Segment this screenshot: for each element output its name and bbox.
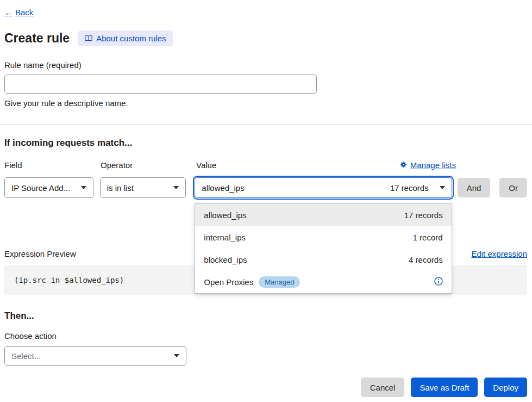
match-section-title: If incoming requests match... — [4, 138, 527, 149]
footer-actions: Cancel Save as Draft Deploy — [4, 378, 527, 397]
managed-badge: Managed — [259, 276, 300, 288]
value-combobox-value: allowed_ips — [202, 183, 390, 193]
list-item-internal-ips[interactable]: internal_ips 1 record — [195, 226, 451, 249]
list-item-name: internal_ips — [204, 233, 246, 242]
rule-name-helper-text: Give your rule a descriptive name. — [4, 98, 527, 108]
list-item-meta: 1 record — [413, 233, 443, 242]
action-select-placeholder: Select... — [11, 351, 41, 361]
value-combobox[interactable]: allowed_ips 17 records — [195, 177, 452, 198]
save-as-draft-button[interactable]: Save as Draft — [411, 378, 478, 397]
deploy-button[interactable]: Deploy — [484, 378, 527, 397]
about-custom-rules-link[interactable]: About custom rules — [78, 30, 172, 46]
operator-select[interactable]: is in list — [100, 177, 186, 198]
cancel-button[interactable]: Cancel — [361, 378, 405, 397]
manage-lists-link[interactable]: Manage lists — [400, 160, 456, 170]
chevron-down-icon — [173, 186, 179, 189]
chevron-down-icon[interactable] — [440, 186, 445, 189]
match-controls-row: IP Source Add... is in list allowed_ips … — [4, 177, 527, 198]
field-select[interactable]: IP Source Add... — [4, 177, 93, 198]
about-badge-label: About custom rules — [96, 34, 166, 43]
back-label: Back — [15, 8, 33, 17]
list-item-meta: 4 records — [409, 255, 443, 264]
rule-name-input[interactable] — [4, 75, 317, 94]
choose-action-label: Choose action — [4, 331, 527, 341]
list-item-meta: 17 records — [404, 211, 443, 220]
value-label: Value — [196, 160, 216, 170]
edit-expression-link[interactable]: Edit expression — [471, 249, 527, 258]
create-rule-page: ←Back Create rule About custom rules Rul… — [0, 0, 532, 397]
list-item-allowed-ips[interactable]: allowed_ips 17 records — [195, 204, 451, 226]
operator-label: Operator — [101, 160, 187, 170]
value-listbox: allowed_ips 17 records internal_ips 1 re… — [195, 203, 452, 294]
field-select-value: IP Source Add... — [11, 183, 70, 193]
list-item-name: allowed_ips — [204, 211, 246, 220]
connector-buttons: And Or — [458, 178, 527, 197]
list-item-name: Open Proxies — [204, 277, 253, 287]
gear-icon — [400, 160, 407, 170]
value-records-count: 17 records — [390, 183, 429, 193]
section-divider — [0, 124, 532, 125]
book-icon — [85, 35, 92, 42]
or-button[interactable]: Or — [499, 178, 527, 197]
list-item-blocked-ips[interactable]: blocked_ips 4 records — [195, 249, 451, 271]
operator-select-value: is in list — [107, 183, 134, 193]
info-icon[interactable] — [434, 277, 443, 287]
then-section-title: Then... — [4, 311, 527, 321]
expression-preview-label: Expression Preview — [4, 249, 76, 258]
chevron-down-icon — [81, 186, 86, 189]
action-select[interactable]: Select... — [4, 346, 186, 366]
expression-code: (ip.src in $allowed_ips) — [14, 276, 124, 285]
rule-name-label: Rule name (required) — [4, 60, 527, 70]
match-labels-row: Field Operator Value Manage lists — [4, 160, 527, 170]
back-arrow-icon: ← — [4, 8, 12, 17]
list-item-name: blocked_ips — [204, 255, 247, 264]
chevron-down-icon — [174, 354, 179, 357]
back-link[interactable]: ←Back — [4, 8, 33, 17]
title-row: Create rule About custom rules — [4, 30, 527, 46]
and-button[interactable]: And — [458, 178, 491, 197]
page-title: Create rule — [4, 31, 70, 46]
value-combobox-wrap: allowed_ips 17 records allowed_ips 17 re… — [195, 177, 452, 198]
field-label: Field — [4, 160, 94, 170]
manage-lists-label: Manage lists — [410, 160, 456, 170]
list-item-open-proxies[interactable]: Open Proxies Managed — [195, 271, 451, 293]
